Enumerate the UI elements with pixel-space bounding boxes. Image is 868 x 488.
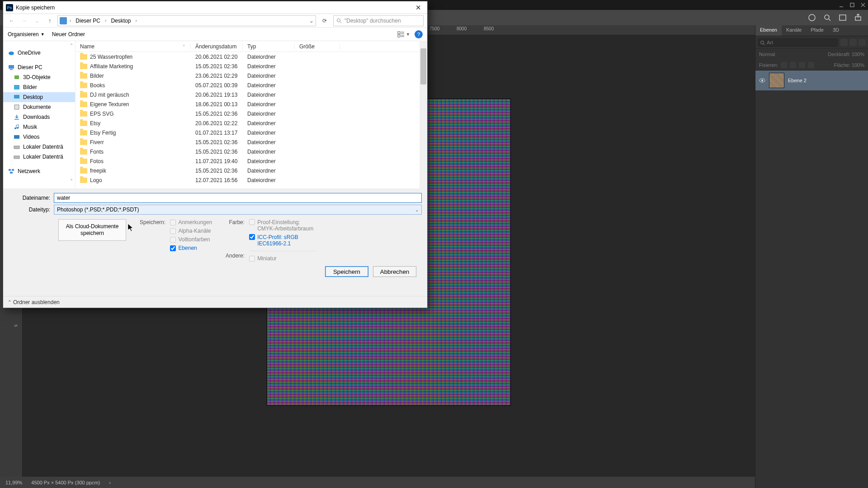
maximize-icon[interactable] (849, 2, 855, 8)
hide-folders-toggle[interactable]: ⌃Ordner ausblenden (8, 299, 60, 305)
tab-kanale[interactable]: Kanäle (782, 25, 806, 36)
file-row[interactable]: Fotos11.07.2021 19:40Dateiordner (75, 156, 427, 166)
tree-desktop[interactable]: Desktop (3, 92, 75, 102)
tree-bilder[interactable]: Bilder (3, 82, 75, 92)
chevron-down-icon[interactable]: ⌄ (309, 18, 314, 24)
cancel-button[interactable]: Abbrechen (373, 266, 416, 277)
lock-artboard-icon[interactable] (799, 62, 805, 68)
nav-forward-button[interactable]: → (19, 16, 29, 26)
search-placeholder: "Desktop" durchsuchen (344, 18, 401, 24)
tree-3d-objekte[interactable]: 3D-Objekte (3, 72, 75, 82)
svg-rect-26 (14, 85, 19, 89)
scrollbar[interactable] (420, 41, 427, 188)
chevron-right-icon[interactable]: › (109, 480, 111, 485)
column-type[interactable]: Typ (243, 43, 295, 50)
tree-dieser-pc[interactable]: Dieser PC (3, 62, 75, 72)
tab-3d[interactable]: 3D (828, 25, 844, 36)
filter-type-icon[interactable] (859, 39, 866, 46)
file-row[interactable]: 25 Wassertropfen20.06.2021 02:20Dateiord… (75, 52, 427, 61)
share-icon[interactable] (854, 13, 863, 22)
chk-ebenen[interactable]: Ebenen (170, 245, 212, 251)
layer-filter-input[interactable] (758, 38, 838, 47)
new-folder-button[interactable]: Neuer Ordner (52, 31, 85, 38)
filetype-select[interactable]: Photoshop (*.PSD;*.PDD;*.PSDT)⌄ (54, 205, 422, 215)
tree-musik[interactable]: Musik (3, 122, 75, 132)
file-row[interactable]: Books05.07.2021 00:39Dateiordner (75, 80, 427, 90)
column-name[interactable]: Name⌃ (75, 43, 191, 50)
tree-lokaler-2[interactable]: Lokaler Datenträ (3, 152, 75, 162)
column-date[interactable]: Änderungsdatum (191, 43, 243, 50)
file-row[interactable]: Affiliate Marketing15.05.2021 02:36Datei… (75, 61, 427, 71)
folder-icon (80, 149, 87, 155)
filter-adjust-icon[interactable] (849, 39, 857, 46)
chk-icc[interactable]: ICC-Profil: sRGB IEC61966-2.1 (249, 234, 317, 247)
chevron-right-icon[interactable]: › (134, 18, 137, 23)
file-row[interactable]: Bilder23.06.2021 02:29Dateiordner (75, 71, 427, 80)
visibility-eye-icon[interactable] (759, 77, 765, 84)
fill-value[interactable]: 100% (852, 62, 864, 68)
andere-header: Andere: (226, 253, 245, 259)
opacity-value[interactable]: 100% (852, 52, 864, 57)
tree-lokaler-1[interactable]: Lokaler Datenträ (3, 142, 75, 152)
breadcrumb-pc[interactable]: Dieser PC (74, 17, 102, 25)
layer-row[interactable]: Ebene 2 (755, 70, 868, 90)
file-row[interactable]: Eigene Texturen18.06.2021 00:13Dateiordn… (75, 99, 427, 109)
column-size[interactable]: Größe (295, 43, 340, 50)
workspace-icon[interactable] (838, 13, 847, 22)
breadcrumb-desktop[interactable]: Desktop (109, 17, 132, 25)
breadcrumb[interactable]: › Dieser PC › Desktop › ⌄ (57, 15, 316, 26)
file-row[interactable]: Fiverr15.05.2021 02:36Dateiordner (75, 137, 427, 147)
search-input[interactable]: "Desktop" durchsuchen (333, 15, 424, 26)
status-bar: 11,99% 4500 Px × 5400 Px (300 ppcm) › (0, 477, 755, 488)
tree-videos[interactable]: Videos (3, 132, 75, 142)
nav-recent-button[interactable]: ⌄ (32, 16, 42, 26)
filter-pixel-icon[interactable] (840, 39, 848, 46)
scrollbar-thumb[interactable] (420, 48, 426, 84)
tab-pfade[interactable]: Pfade (806, 25, 828, 36)
panel-tabs: Ebenen Kanäle Pfade 3D (755, 25, 868, 36)
dialog-close-button[interactable]: ✕ (412, 4, 425, 12)
speichern-header: Speichern: (140, 219, 165, 225)
help-button[interactable]: ? (415, 30, 423, 38)
tree-dokumente[interactable]: Dokumente (3, 102, 75, 112)
file-row[interactable]: Fonts15.05.2021 02:36Dateiordner (75, 147, 427, 156)
nav-back-button[interactable]: ← (7, 16, 17, 26)
chevron-right-icon[interactable]: › (69, 18, 72, 23)
save-button[interactable]: Speichern (325, 266, 368, 277)
minimize-icon[interactable] (838, 2, 844, 8)
layer-thumbnail[interactable] (769, 73, 784, 88)
zoom-value[interactable]: 11,99% (5, 480, 22, 485)
svg-point-13 (761, 80, 763, 81)
file-row[interactable]: DJ mit geräusch20.06.2021 19:13Dateiordn… (75, 90, 427, 99)
refresh-button[interactable]: ⟳ (319, 18, 330, 24)
lock-all-icon[interactable] (808, 62, 814, 68)
folder-icon (80, 121, 87, 126)
blend-mode-select[interactable]: Normal (759, 52, 775, 57)
tab-ebenen[interactable]: Ebenen (755, 25, 782, 36)
file-row[interactable]: freepik15.05.2021 02:36Dateiordner (75, 166, 427, 175)
lock-position-icon[interactable] (790, 62, 796, 68)
search-icon[interactable] (823, 13, 832, 22)
file-row[interactable]: Etsy Fertig01.07.2021 13:17Dateiordner (75, 128, 427, 137)
opacity-label: Deckkraft: (828, 52, 850, 57)
layer-name[interactable]: Ebene 2 (788, 78, 807, 83)
filename-input[interactable] (54, 193, 422, 203)
tree-downloads[interactable]: Downloads (3, 112, 75, 122)
file-row[interactable]: Logo12.07.2021 16:56Dateiordner (75, 175, 427, 185)
chevron-right-icon[interactable]: › (104, 18, 107, 23)
app-close-icon[interactable] (860, 2, 866, 8)
file-row[interactable]: EPS SVG15.05.2021 02:36Dateiordner (75, 109, 427, 118)
lock-pixel-icon[interactable] (781, 62, 787, 68)
tree-onedrive[interactable]: OneDrive (3, 48, 75, 58)
cloud-icon[interactable] (807, 13, 816, 22)
tree-netzwerk[interactable]: Netzwerk (3, 166, 75, 176)
view-mode-button[interactable]: ▼ (397, 31, 410, 38)
scroll-down-icon[interactable]: ⌄ (3, 176, 75, 181)
chk-proof: Proof-Einstellung: CMYK-Arbeitsfarbraum (249, 219, 317, 232)
scroll-up-icon[interactable]: ⌃ (3, 43, 75, 48)
photoshop-icon: Ps (6, 4, 13, 11)
file-row[interactable]: Etsy20.06.2021 02:22Dateiordner (75, 118, 427, 128)
cloud-save-button[interactable]: Als Cloud-Dokumente speichern (58, 219, 126, 241)
nav-up-button[interactable]: ↑ (45, 16, 55, 26)
organize-button[interactable]: Organisieren ▼ (8, 31, 45, 38)
